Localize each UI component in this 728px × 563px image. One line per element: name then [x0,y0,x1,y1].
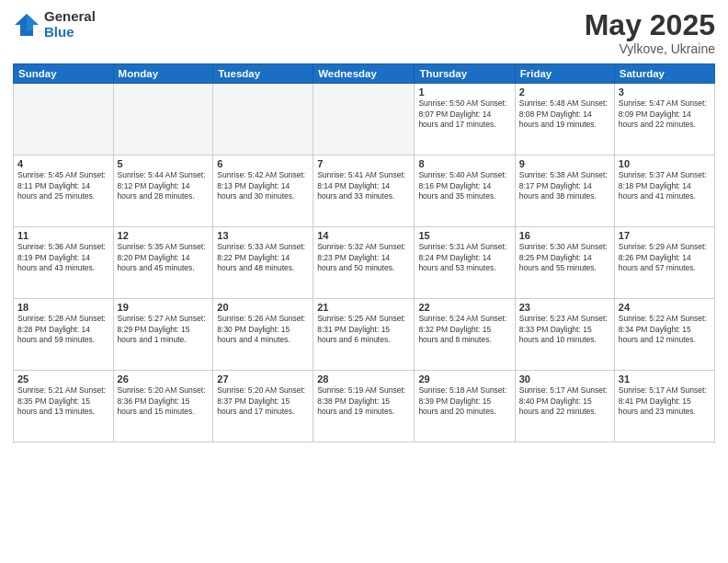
header: General Blue May 2025 Vylkove, Ukraine [13,9,715,56]
table-cell: 11Sunrise: 5:36 AM Sunset: 8:19 PM Dayli… [14,227,114,299]
day-number: 13 [217,230,309,241]
day-info: Sunrise: 5:32 AM Sunset: 8:23 PM Dayligh… [317,242,410,273]
table-cell [14,84,114,155]
day-info: Sunrise: 5:29 AM Sunset: 8:26 PM Dayligh… [619,242,711,273]
day-info: Sunrise: 5:35 AM Sunset: 8:20 PM Dayligh… [118,242,210,273]
day-number: 16 [519,230,610,241]
logo-icon [13,12,40,38]
table-cell: 13Sunrise: 5:33 AM Sunset: 8:22 PM Dayli… [213,227,313,299]
day-info: Sunrise: 5:19 AM Sunset: 8:38 PM Dayligh… [317,385,410,417]
table-cell: 2Sunrise: 5:48 AM Sunset: 8:08 PM Daylig… [515,84,614,155]
table-cell: 6Sunrise: 5:42 AM Sunset: 8:13 PM Daylig… [213,155,313,227]
table-cell: 31Sunrise: 5:17 AM Sunset: 8:41 PM Dayli… [614,371,714,442]
day-number: 1 [418,86,510,98]
day-number: 9 [519,158,610,169]
header-saturday: Saturday [614,64,714,84]
header-thursday: Thursday [415,64,515,84]
table-cell: 30Sunrise: 5:17 AM Sunset: 8:40 PM Dayli… [515,371,614,442]
day-number: 12 [118,230,210,241]
table-cell: 8Sunrise: 5:40 AM Sunset: 8:16 PM Daylig… [415,155,515,227]
table-cell: 25Sunrise: 5:21 AM Sunset: 8:35 PM Dayli… [14,371,114,442]
title-block: May 2025 Vylkove, Ukraine [585,9,715,56]
table-cell: 22Sunrise: 5:24 AM Sunset: 8:32 PM Dayli… [415,299,515,371]
day-number: 7 [317,158,410,169]
day-number: 4 [17,158,109,169]
calendar-table: Sunday Monday Tuesday Wednesday Thursday… [13,63,715,442]
title-month: May 2025 [585,9,715,41]
table-cell: 28Sunrise: 5:19 AM Sunset: 8:38 PM Dayli… [313,371,415,442]
day-info: Sunrise: 5:30 AM Sunset: 8:25 PM Dayligh… [519,242,610,273]
day-number: 17 [619,230,711,241]
table-cell: 24Sunrise: 5:22 AM Sunset: 8:34 PM Dayli… [614,299,714,371]
header-tuesday: Tuesday [213,64,313,84]
table-cell: 9Sunrise: 5:38 AM Sunset: 8:17 PM Daylig… [515,155,614,227]
day-info: Sunrise: 5:36 AM Sunset: 8:19 PM Dayligh… [17,242,109,273]
table-cell [313,84,415,155]
calendar-row-5: 25Sunrise: 5:21 AM Sunset: 8:35 PM Dayli… [14,371,715,442]
calendar-row-2: 4Sunrise: 5:45 AM Sunset: 8:11 PM Daylig… [14,155,715,227]
day-number: 14 [317,230,410,241]
table-cell: 16Sunrise: 5:30 AM Sunset: 8:25 PM Dayli… [515,227,614,299]
logo: General Blue [13,9,96,40]
day-info: Sunrise: 5:20 AM Sunset: 8:37 PM Dayligh… [217,385,309,417]
day-info: Sunrise: 5:22 AM Sunset: 8:34 PM Dayligh… [619,314,711,345]
day-number: 19 [118,302,210,313]
day-number: 22 [418,302,510,313]
day-number: 24 [619,302,711,313]
svg-marker-1 [27,14,39,30]
day-info: Sunrise: 5:18 AM Sunset: 8:39 PM Dayligh… [418,385,510,417]
day-number: 18 [17,302,109,313]
table-cell: 15Sunrise: 5:31 AM Sunset: 8:24 PM Dayli… [415,227,515,299]
day-number: 25 [17,373,109,385]
calendar-row-3: 11Sunrise: 5:36 AM Sunset: 8:19 PM Dayli… [14,227,715,299]
day-info: Sunrise: 5:48 AM Sunset: 8:08 PM Dayligh… [519,98,610,130]
table-cell: 1Sunrise: 5:50 AM Sunset: 8:07 PM Daylig… [415,84,515,155]
weekday-header-row: Sunday Monday Tuesday Wednesday Thursday… [14,64,715,84]
day-number: 3 [619,86,711,98]
day-number: 28 [317,373,410,385]
day-number: 20 [217,302,309,313]
day-info: Sunrise: 5:44 AM Sunset: 8:12 PM Dayligh… [118,170,210,201]
day-number: 30 [519,373,610,385]
table-cell: 17Sunrise: 5:29 AM Sunset: 8:26 PM Dayli… [614,227,714,299]
title-location: Vylkove, Ukraine [585,41,715,56]
table-cell [213,84,313,155]
day-info: Sunrise: 5:47 AM Sunset: 8:09 PM Dayligh… [619,98,711,130]
logo-blue-text: Blue [44,25,96,40]
day-info: Sunrise: 5:50 AM Sunset: 8:07 PM Dayligh… [418,98,510,130]
day-info: Sunrise: 5:23 AM Sunset: 8:33 PM Dayligh… [519,314,610,345]
table-cell: 18Sunrise: 5:28 AM Sunset: 8:28 PM Dayli… [14,299,114,371]
day-info: Sunrise: 5:38 AM Sunset: 8:17 PM Dayligh… [519,170,610,201]
day-number: 21 [317,302,410,313]
header-friday: Friday [515,64,614,84]
table-cell: 19Sunrise: 5:27 AM Sunset: 8:29 PM Dayli… [113,299,213,371]
calendar-row-1: 1Sunrise: 5:50 AM Sunset: 8:07 PM Daylig… [14,84,715,155]
day-info: Sunrise: 5:45 AM Sunset: 8:11 PM Dayligh… [17,170,109,201]
table-cell: 3Sunrise: 5:47 AM Sunset: 8:09 PM Daylig… [614,84,714,155]
table-cell: 21Sunrise: 5:25 AM Sunset: 8:31 PM Dayli… [313,299,415,371]
header-monday: Monday [113,64,213,84]
day-info: Sunrise: 5:20 AM Sunset: 8:36 PM Dayligh… [118,385,210,417]
day-number: 5 [118,158,210,169]
day-number: 10 [619,158,711,169]
table-cell: 27Sunrise: 5:20 AM Sunset: 8:37 PM Dayli… [213,371,313,442]
day-number: 27 [217,373,309,385]
day-info: Sunrise: 5:21 AM Sunset: 8:35 PM Dayligh… [17,385,109,417]
table-cell [113,84,213,155]
day-number: 2 [519,86,610,98]
table-cell: 14Sunrise: 5:32 AM Sunset: 8:23 PM Dayli… [313,227,415,299]
header-wednesday: Wednesday [313,64,415,84]
day-number: 29 [418,373,510,385]
logo-general-text: General [44,9,96,25]
table-cell: 5Sunrise: 5:44 AM Sunset: 8:12 PM Daylig… [113,155,213,227]
day-info: Sunrise: 5:27 AM Sunset: 8:29 PM Dayligh… [118,314,210,345]
day-info: Sunrise: 5:40 AM Sunset: 8:16 PM Dayligh… [418,170,510,201]
table-cell: 7Sunrise: 5:41 AM Sunset: 8:14 PM Daylig… [313,155,415,227]
day-info: Sunrise: 5:33 AM Sunset: 8:22 PM Dayligh… [217,242,309,273]
day-info: Sunrise: 5:28 AM Sunset: 8:28 PM Dayligh… [17,314,109,345]
day-info: Sunrise: 5:26 AM Sunset: 8:30 PM Dayligh… [217,314,309,345]
table-cell: 26Sunrise: 5:20 AM Sunset: 8:36 PM Dayli… [113,371,213,442]
day-number: 11 [17,230,109,241]
day-info: Sunrise: 5:17 AM Sunset: 8:40 PM Dayligh… [519,385,610,417]
day-info: Sunrise: 5:41 AM Sunset: 8:14 PM Dayligh… [317,170,410,201]
